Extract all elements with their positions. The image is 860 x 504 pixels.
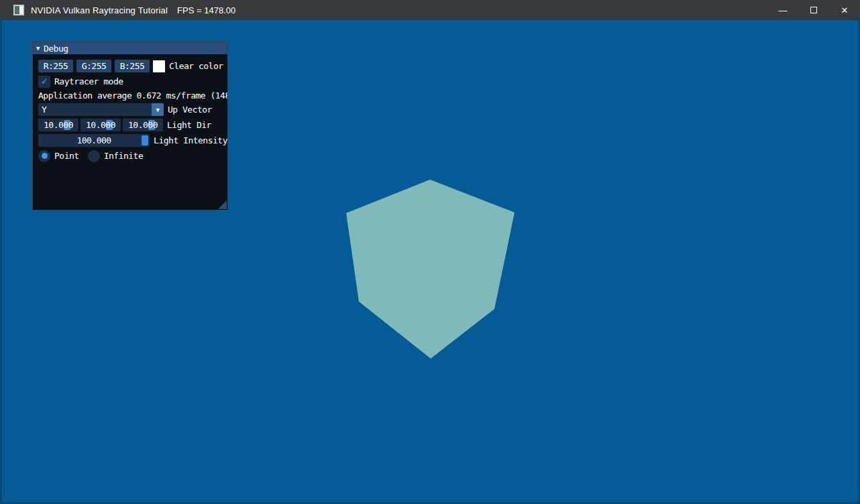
debug-panel-titlebar[interactable]: ▼ Debug <box>33 42 227 54</box>
window-controls: — ✕ <box>767 0 860 20</box>
light-type-row: Point Infinite <box>38 149 227 162</box>
maximize-button[interactable] <box>798 0 829 20</box>
close-icon: ✕ <box>841 5 849 15</box>
clear-color-g-label: G:255 <box>82 61 107 71</box>
collapse-arrow-icon[interactable]: ▼ <box>36 45 40 52</box>
radio-point[interactable] <box>38 150 50 162</box>
raytracer-row: ✓ Raytracer mode <box>38 75 227 88</box>
light-dir-row: 10.000 10.000 10.000 Light Dir <box>38 119 227 131</box>
combo-arrow-button[interactable]: ▼ <box>152 103 164 116</box>
clear-color-b-button[interactable]: B:255 <box>115 60 150 72</box>
clear-color-row: R:255 G:255 B:255 Clear color <box>38 60 227 72</box>
light-dir-label: Light Dir <box>167 120 211 130</box>
slider-grab[interactable] <box>142 135 148 145</box>
clear-color-label: Clear color <box>169 61 223 71</box>
light-dir-x-value: 10.000 <box>44 120 73 130</box>
raytracer-label: Raytracer mode <box>54 76 123 86</box>
close-button[interactable]: ✕ <box>829 0 860 20</box>
light-dir-x-slider[interactable]: 10.000 <box>38 119 78 131</box>
check-icon: ✓ <box>42 76 48 86</box>
raytracer-checkbox[interactable]: ✓ <box>38 76 50 88</box>
light-dir-z-slider[interactable]: 10.000 <box>123 119 163 131</box>
light-intensity-slider[interactable]: 100.000 <box>38 134 150 147</box>
fps-counter: FPS = 1478.00 <box>177 5 235 15</box>
perf-text: Application average 0.672 ms/frame (1488 <box>38 90 228 101</box>
light-intensity-label: Light Intensity <box>154 135 227 145</box>
cube <box>346 180 515 359</box>
debug-panel[interactable]: ▼ Debug R:255 G:255 B:255 Clear colo <box>32 42 228 210</box>
light-intensity-value: 100.000 <box>76 135 111 145</box>
window-title: NVIDIA Vulkan Raytracing Tutorial <box>31 5 168 15</box>
debug-panel-body: R:255 G:255 B:255 Clear color ✓ <box>33 54 227 162</box>
light-dir-y-slider[interactable]: 10.000 <box>80 119 121 131</box>
chevron-down-icon: ▼ <box>156 107 160 113</box>
up-vector-label: Up Vector <box>168 105 212 115</box>
radio-selected-dot <box>42 153 48 159</box>
radio-infinite-label: Infinite <box>104 151 144 161</box>
maximize-icon <box>810 7 817 13</box>
resize-grip[interactable] <box>218 200 227 209</box>
minimize-button[interactable]: — <box>767 0 798 20</box>
render-viewport[interactable]: ▼ Debug R:255 G:255 B:255 Clear colo <box>0 20 860 504</box>
app-icon <box>13 5 24 15</box>
light-intensity-row: 100.000 Light Intensity <box>38 134 227 147</box>
clear-color-g-button[interactable]: G:255 <box>76 60 111 72</box>
debug-panel-title: Debug <box>44 44 68 54</box>
radio-point-label: Point <box>54 151 79 161</box>
up-vector-combo[interactable]: Y ▼ <box>38 103 164 116</box>
light-dir-y-value: 10.000 <box>86 120 115 130</box>
clear-color-r-button[interactable]: R:255 <box>38 60 73 72</box>
titlebar[interactable]: NVIDIA Vulkan Raytracing Tutorial FPS = … <box>0 0 860 20</box>
up-vector-value: Y <box>42 105 46 115</box>
clear-color-b-label: B:255 <box>120 61 145 71</box>
clear-color-r-label: R:255 <box>44 61 68 71</box>
radio-infinite[interactable] <box>88 150 100 162</box>
perf-text-row: Application average 0.672 ms/frame (1488 <box>38 90 227 101</box>
light-dir-z-value: 10.000 <box>128 120 158 130</box>
clear-color-swatch[interactable] <box>153 60 165 72</box>
up-vector-row: Y ▼ Up Vector <box>38 103 227 116</box>
app-window: NVIDIA Vulkan Raytracing Tutorial FPS = … <box>0 0 860 504</box>
minimize-icon: — <box>779 5 788 15</box>
